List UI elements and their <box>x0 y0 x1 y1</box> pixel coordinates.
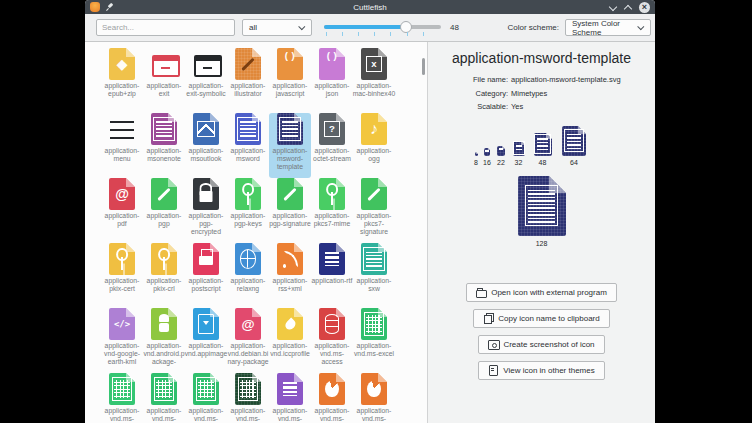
icon-cell-application-vnd.ms-access[interactable]: application-vnd.ms-access <box>311 308 353 373</box>
icon-cell-application-pgp-encrypted[interactable]: application-pgp-encrypted <box>185 178 227 243</box>
icon-label: application-sxw <box>349 277 399 293</box>
icon-cell-application-vnd.ms-excel.sheet.bi[interactable]: application-vnd.ms-excel.sheet.bi <box>143 373 185 423</box>
icon-cell-application-javascript[interactable]: application-javascript <box>269 48 311 113</box>
icon-cell-application-illustrator[interactable]: application-illustrator <box>227 48 269 113</box>
icon-cell-application-sxw[interactable]: application-sxw <box>353 243 395 308</box>
other-themes-button[interactable]: View icon in other themes <box>478 361 604 380</box>
grid-scrollbar[interactable] <box>422 42 426 423</box>
preview-large-label: 128 <box>536 240 548 247</box>
icon-label: application-ogg <box>349 147 399 163</box>
icon-cell-application-msword[interactable]: application-msword <box>227 113 269 178</box>
icon-cell-application-vnd.ms-excel[interactable]: application-vnd.ms-excel <box>353 308 395 373</box>
themes-icon <box>488 365 498 375</box>
icon-cell-application-pkix-crl[interactable]: application-pkix-crl <box>143 243 185 308</box>
globe-glyph <box>235 243 261 275</box>
mimetype-icon <box>106 243 138 275</box>
icon-cell-application-exit-symbolic[interactable]: application-exit-symbolic <box>185 48 227 113</box>
icon-cell-application-msoutlook[interactable]: application-msoutlook <box>185 113 227 178</box>
icon-cell-application-vnd.ms-excel.sheet.m[interactable]: application-vnd.ms-excel.sheet.m <box>185 373 227 423</box>
icon-cell-application-msonenote[interactable]: application-msonenote <box>143 113 185 178</box>
mimetype-icon <box>274 243 306 275</box>
grid-glyph <box>361 308 387 340</box>
search-input[interactable] <box>96 19 235 36</box>
mimetype-icon <box>483 148 491 156</box>
drop-glyph <box>277 308 303 340</box>
icon-cell-application-pgp[interactable]: application-pgp <box>143 178 185 243</box>
icon-cell-application-vnd-google-earth-kml[interactable]: application-vnd-google-earth-kml <box>101 308 143 373</box>
docbox-glyph <box>518 176 566 236</box>
icon-cell-application-msword-template[interactable]: application-msword-template <box>269 113 311 178</box>
icon-cell-application-menu[interactable]: application-menu <box>101 113 143 178</box>
icon-cell-application-json[interactable]: application-json <box>311 48 353 113</box>
selected-icon-title: application-msword-template <box>428 50 655 66</box>
icon-cell-application-postscript[interactable]: application-postscript <box>185 243 227 308</box>
mimetype-icon <box>274 373 306 405</box>
robot-glyph <box>151 308 177 340</box>
icon-cell-application-ogg[interactable]: application-ogg <box>353 113 395 178</box>
mimetype-icon <box>148 178 180 210</box>
grid-glyph <box>235 373 261 405</box>
parens-glyph <box>277 48 303 80</box>
icon-cell-application-octet-stream[interactable]: application-octet-stream <box>311 113 353 178</box>
icon-cell-application-pdf[interactable]: application-pdf <box>101 178 143 243</box>
code-glyph <box>109 308 135 340</box>
grid-glyph <box>109 373 135 405</box>
icon-cell-application-vnd.debian.binary-package[interactable]: application-vnd.debian.binary-package <box>227 308 269 373</box>
icon-cell-application-vnd.ms-excel.addin.m[interactable]: application-vnd.ms-excel.addin.m <box>101 373 143 423</box>
minimize-button[interactable] <box>609 3 617 11</box>
close-button[interactable]: × <box>639 2 650 13</box>
icon-cell-application-vnd.android.package-[interactable]: application-vnd.android.package- <box>143 308 185 373</box>
icon-cell-application-vnd.ms-powerpoint[interactable]: application-vnd.ms-powerpoint <box>311 373 353 423</box>
icon-cell-application-vnd.ms-powerpoint.a[interactable]: application-vnd.ms-powerpoint.a <box>353 373 395 423</box>
icon-cell-application-vnd.ms-excel.templat[interactable]: application-vnd.ms-excel.templat <box>227 373 269 423</box>
mimetype-icon <box>316 113 348 145</box>
mimetype-icon <box>232 373 264 405</box>
maximize-button[interactable] <box>624 3 632 11</box>
icon-cell-application-relaxng[interactable]: application-relaxng <box>227 243 269 308</box>
mimetype-icon <box>148 308 180 340</box>
scrollbar-thumb[interactable] <box>422 58 425 75</box>
rss-glyph <box>277 243 303 275</box>
category-dropdown[interactable]: all <box>242 19 312 36</box>
icon-cell-application-pkix-cert[interactable]: application-pkix-cert <box>101 243 143 308</box>
icon-cell-application-pkcs7-mime[interactable]: application-pkcs7-mime <box>311 178 353 243</box>
color-scheme-dropdown[interactable]: System Color Scheme <box>565 19 651 36</box>
icon-cell-application-rtf[interactable]: application-rtf <box>311 243 353 308</box>
icon-cell-application-pgp-signature[interactable]: application-pgp-signature <box>269 178 311 243</box>
preview-large-icon-slot <box>512 176 572 236</box>
mimetype-icon <box>358 243 390 275</box>
detail-row: File name: application-msword-template.s… <box>428 73 655 87</box>
icon-cell-application-mac-binhex40[interactable]: application-mac-binhex40 <box>353 48 395 113</box>
printer-glyph <box>193 243 219 275</box>
lock-glyph <box>193 178 219 210</box>
mimetype-icon <box>232 308 264 340</box>
icon-cell-application-vnd.ms-infopath[interactable]: application-vnd.ms-infopath <box>269 373 311 423</box>
icon-cell-application-pkcs7-signature[interactable]: application-pkcs7-signature <box>353 178 395 243</box>
window-title: Cuttlefish <box>85 3 655 12</box>
docbox-glyph <box>151 113 177 145</box>
icon-label: application-pkcs7-signature <box>349 212 399 237</box>
icon-cell-application-epub+zip[interactable]: application-epub+zip <box>101 48 143 113</box>
preview-size-label: 48 <box>539 159 547 166</box>
size-slider[interactable] <box>324 20 441 36</box>
detail-panel: application-msword-template File name: a… <box>427 42 655 423</box>
pie-glyph <box>319 373 345 405</box>
at-glyph <box>109 178 135 210</box>
copy-name-button[interactable]: Copy icon name to clipboard <box>473 309 609 328</box>
icon-cell-application-vnd.iccprofile[interactable]: application-vnd.iccprofile <box>269 308 311 373</box>
preview-size-label: 64 <box>570 159 578 166</box>
icon-label: application-vnd.ms-excel <box>349 342 399 358</box>
mimetype-icon <box>559 126 589 156</box>
screenshot-button[interactable]: Create screenshot of icon <box>478 335 604 354</box>
key-glyph <box>235 178 261 210</box>
color-scheme-value: System Color Scheme <box>572 19 634 37</box>
icon-cell-application-exit[interactable]: application-exit <box>143 48 185 113</box>
mimetype-icon <box>190 48 222 80</box>
pie-glyph <box>361 373 387 405</box>
open-external-button[interactable]: Open icon with external program <box>466 283 617 302</box>
icon-cell-application-rss+xml[interactable]: application-rss+xml <box>269 243 311 308</box>
mimetype-icon <box>190 373 222 405</box>
xbox-glyph <box>361 48 387 80</box>
icon-cell-application-pgp-keys[interactable]: application-pgp-keys <box>227 178 269 243</box>
icon-cell-application-vnd.appimage[interactable]: application-vnd.appimage <box>185 308 227 373</box>
